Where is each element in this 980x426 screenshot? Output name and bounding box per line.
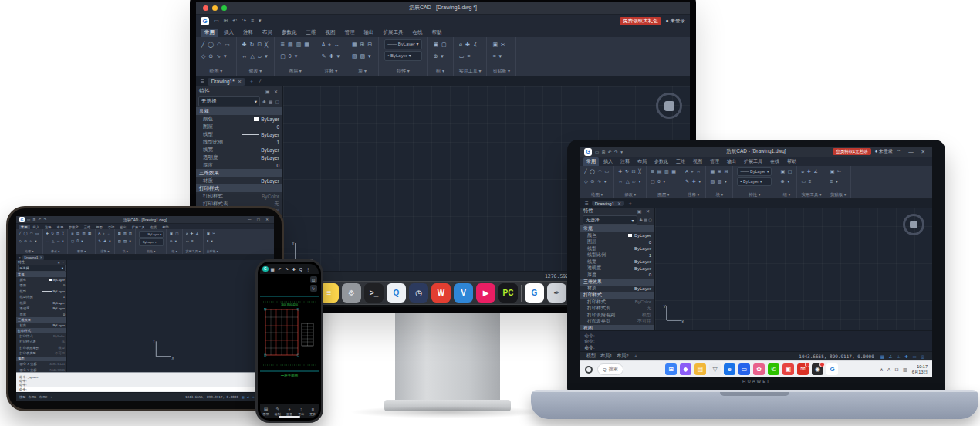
taskbar-app-icon[interactable]: ▣ [782, 363, 794, 375]
dock-app-icon[interactable]: Q [387, 283, 406, 303]
status-toggle-icons[interactable]: ▦ ∠ ⊥ ✚ ▭ ◎ [880, 354, 926, 359]
ribbon-tools-row[interactable]: ≣ ▤ ▥ ▦ [71, 230, 92, 238]
ribbon-tab[interactable]: 参数化 [651, 157, 671, 166]
ribbon-tools-row[interactable]: ╱ ◯ ◠ ▭ [201, 39, 231, 50]
ribbon-tools-row[interactable]: ⊕ ▾ [780, 177, 792, 187]
taskbar-clock[interactable]: 10:17 6月13日 [912, 364, 928, 374]
taskbar-app-icon[interactable]: ◉ [812, 363, 823, 375]
ribbon-tools-row[interactable]: ▣ ▢ [434, 39, 448, 50]
ribbon-tab[interactable]: 输出 [724, 157, 739, 166]
layout-tab[interactable]: ＋ [49, 395, 52, 399]
section-header[interactable]: 打印样式 [580, 292, 654, 299]
dock-app-icon[interactable]: ▶ [476, 283, 495, 303]
dock-app-icon[interactable]: >_ [364, 283, 384, 303]
app-logo-icon[interactable]: G [201, 17, 209, 25]
ribbon-tab[interactable]: 输出 [360, 29, 378, 37]
ribbon-tab[interactable]: 注释 [239, 29, 257, 37]
ribbon-tab[interactable]: 扩展工具 [380, 29, 407, 37]
drawing-canvas[interactable]: Y X [655, 208, 932, 330]
ribbon-group-label[interactable]: 图层 ▾ [280, 68, 310, 75]
zoom-icon[interactable] [221, 5, 227, 11]
ribbon-tools-row[interactable]: ◇ ⊙ ∿ ▾ [201, 50, 231, 62]
layout-tab[interactable]: ＋ [634, 353, 638, 360]
taskbar-app-icon[interactable]: ⊞ [665, 363, 677, 375]
property-row[interactable]: 线宽 ByLayer [16, 300, 66, 306]
ribbon-tools-row[interactable]: ✚ ↻ ⊡ ╳ [618, 167, 642, 177]
tray-icons[interactable]: ∧ A ⊟ ▥ [880, 367, 908, 372]
layout-tab[interactable]: 布局2 [39, 395, 47, 399]
property-row[interactable]: 线宽 ByLayer [580, 259, 654, 265]
login-button[interactable]: ● 未登录 [666, 18, 685, 25]
ribbon-tools-row[interactable]: ▧ ▨ ▾ [352, 50, 373, 62]
app-logo-icon[interactable]: G [19, 217, 25, 222]
property-row[interactable]: 打印样式 ByColor [16, 333, 66, 340]
ribbon-tools-row[interactable]: A ⌖ ↔ [322, 39, 340, 50]
app-logo-icon[interactable]: G [584, 148, 592, 156]
ribbon-tools-row[interactable]: ≡ ▾ [492, 50, 510, 62]
ribbon-tools-row[interactable]: —— ByLayer ▾ [139, 231, 164, 238]
ribbon-tab[interactable]: 视图 [690, 157, 705, 166]
ribbon-tools-row[interactable]: ↔ △ ▱ ▾ [242, 50, 269, 62]
nav-item[interactable]: ↑ 导出 [298, 407, 304, 416]
ribbon-group-label[interactable]: 组 ▾ [780, 191, 792, 198]
ribbon-tools-row[interactable]: ≣ ▤ ▥ ▦ [651, 167, 677, 177]
ribbon-tools-row[interactable]: ▦ ⊞ ⊟ [118, 230, 133, 238]
ribbon-tools-row[interactable]: ▪ ByLayer ▾ [737, 178, 772, 186]
ribbon-tab[interactable]: 注释 [617, 157, 633, 166]
document-tab[interactable]: Drawing1 ✕ [592, 201, 624, 206]
property-row[interactable]: 图层 0 [196, 123, 282, 130]
property-row[interactable]: 打印样式表 无 [580, 306, 654, 313]
property-row[interactable]: 打印样式 ByColor [196, 192, 282, 200]
ribbon-tools-row[interactable]: ▦ ⊞ ⊟ [352, 39, 373, 50]
ribbon-tab[interactable]: 参数化 [278, 29, 301, 37]
ribbon-group-label[interactable]: 特性 ▾ [384, 68, 421, 75]
home-indicator[interactable] [279, 416, 300, 418]
ribbon-tools-row[interactable]: ▭ ≡ [186, 238, 201, 245]
property-row[interactable]: 线宽 ByLayer [196, 146, 282, 154]
close-icon[interactable]: ✕ [39, 255, 42, 259]
property-row[interactable]: 透明度 ByLayer [16, 306, 66, 312]
property-row[interactable]: 透明度 ByLayer [196, 154, 282, 161]
section-header[interactable]: 三维效果 [580, 279, 654, 286]
taskbar-app-icon[interactable]: e [724, 363, 735, 375]
ribbon-tools-row[interactable]: ◇ ⊙ ∿ ▾ [19, 238, 40, 245]
ribbon-tools-row[interactable]: ▭ ≡ [459, 50, 482, 62]
taskbar-app-icon[interactable]: ◆ [680, 363, 691, 375]
ribbon-tab[interactable]: 三维 [673, 157, 688, 166]
toolbar-icons[interactable]: ▦ ↶ ↷ ✚ Q ⋮ [271, 267, 312, 272]
taskbar-app-icon[interactable]: ✆ [768, 363, 779, 375]
ribbon-tools-row[interactable]: A ⌖ ↔ [685, 167, 701, 177]
ribbon-tab[interactable]: 在线 [409, 29, 427, 37]
close-icon[interactable]: ✕ [238, 79, 242, 85]
menu-icon[interactable]: ≡ [19, 255, 21, 260]
property-row[interactable]: 厚度 0 [580, 272, 654, 279]
drawing-viewport[interactable]: 3600 3900 4200 [260, 274, 319, 404]
ribbon-tab[interactable]: 布局 [634, 157, 650, 166]
ribbon-group-label[interactable]: 绘图 ▾ [201, 68, 231, 75]
ribbon-tools-row[interactable]: ⌀ ✚ ∡ [459, 39, 482, 50]
ribbon-tools-row[interactable]: A ⌖ ↔ [98, 230, 111, 238]
ribbon-tab[interactable]: 帮助 [784, 157, 799, 166]
ribbon-group-label[interactable]: 图层 ▾ [71, 249, 92, 254]
property-row[interactable]: 颜色 ByLayer [196, 115, 282, 123]
ribbon-tab[interactable]: 在线 [767, 157, 782, 166]
view-cube[interactable] [656, 93, 682, 119]
taskbar-app-icon[interactable]: ✿ [753, 363, 765, 375]
command-window[interactable]: 命令: _qsave命令:命令: 命令: [16, 372, 274, 392]
property-row[interactable]: 线型 ByLayer [196, 130, 282, 138]
property-row[interactable]: 打印表类型 不可用 [580, 319, 654, 326]
ribbon-tab[interactable]: 管理 [341, 29, 359, 37]
ribbon-group-label[interactable]: 特性 ▾ [737, 191, 772, 198]
ribbon-group-label[interactable]: 特性 ▾ [139, 249, 164, 254]
new-tab-button[interactable]: ＋ [248, 78, 256, 86]
ribbon-group-label[interactable]: 修改 ▾ [242, 68, 269, 75]
ribbon-group-label[interactable]: 绘图 ▾ [19, 249, 40, 254]
ribbon-group-label[interactable]: 绘图 ▾ [584, 191, 610, 198]
dock-app-icon[interactable]: PC [498, 283, 518, 303]
ribbon-group-label[interactable]: 实用工具 ▾ [459, 68, 482, 75]
property-row[interactable]: 图层 0 [580, 239, 654, 246]
taskbar-app-icon[interactable]: G [826, 363, 838, 375]
document-tab[interactable]: Drawing1 ✕ [22, 255, 45, 260]
ribbon-tools-row[interactable]: ▭ ≡ [801, 177, 821, 187]
property-row[interactable]: 透明度 ByLayer [580, 265, 654, 272]
